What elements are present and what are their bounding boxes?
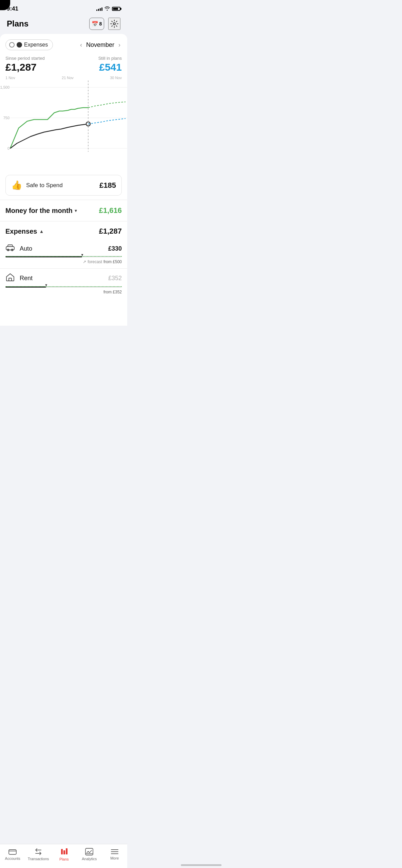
money-month-value: £1,616 [99,206,122,215]
expense-auto-name: Auto [20,245,32,252]
chart-svg-wrapper: 1,500 750 0 [0,80,127,162]
dropdown-icon: ▾ [75,208,77,213]
forecast-rent-amount: from £352 [103,290,122,294]
chart-container: 1 Nov 21 Nov 30 Nov 1,500 750 0 [0,76,127,171]
calendar-icon: 📅 [92,21,98,27]
up-chevron-icon: ▲ [39,229,44,234]
expense-item-rent-top: Rent £352 [5,273,122,284]
status-bar: 9:41 [0,0,127,15]
stat-right-value: £541 [98,61,122,73]
money-month-label: Money for the month [5,207,73,215]
svg-text:0: 0 [7,146,9,150]
header-actions: 📅 8 [89,18,120,30]
svg-text:1,500: 1,500 [0,85,9,89]
stat-right-label: Still in plans [98,56,122,61]
thumbs-up-icon: 👍 [11,180,22,191]
safe-card[interactable]: 👍 Safe to Spend £185 [5,175,122,196]
signal-icon [96,7,102,11]
header: Plans 📅 8 [0,15,127,34]
expenses-label: Expenses [5,228,37,235]
safe-card-left: 👍 Safe to Spend [11,180,63,191]
calendar-badge: 8 [99,21,102,26]
safe-value: £185 [99,181,116,190]
svg-rect-12 [9,278,12,281]
expenses-total: £1,287 [99,227,122,236]
expense-rent-progress [5,286,122,288]
stat-right: Still in plans £541 [98,56,122,73]
expense-rent-forecast: from £352 [5,290,122,294]
money-month-row: Money for the month ▾ £1,616 [0,200,127,221]
prev-month-button[interactable]: ‹ [79,40,83,50]
calendar-button[interactable]: 📅 8 [89,18,104,30]
svg-text:750: 750 [3,116,9,120]
forecast-trending-icon: ↗ [83,259,86,264]
safe-label: Safe to Spend [26,182,63,189]
expense-item-auto[interactable]: Auto £330 ↗ forecast from £500 [0,240,127,268]
svg-point-0 [113,23,115,25]
main-content: Expenses ‹ November › Sinse period start… [0,34,127,326]
chart-x-label-1: 1 Nov [5,76,15,80]
forecast-label: forecast [88,259,102,264]
expense-item-auto-left: Auto [5,244,32,253]
page-title: Plans [7,19,28,29]
toggle-label: Expenses [24,42,48,48]
stat-left-value: £1,287 [5,61,45,73]
forecast-auto-amount: from £500 [103,259,122,264]
expenses-toggle[interactable]: Expenses [5,39,53,50]
battery-icon [112,7,120,11]
expenses-section-header: Expenses ▲ £1,287 [0,221,127,240]
month-label: November [86,41,114,49]
toggle-dot-filled [17,42,22,48]
expense-rent-amount: £352 [108,275,122,282]
expense-auto-amount: £330 [108,245,122,252]
auto-icon [5,244,15,253]
next-month-button[interactable]: › [117,40,122,50]
expense-rent-name: Rent [20,275,33,282]
home-icon [5,273,15,284]
status-icons [96,6,120,12]
toggle-dot-outline [9,42,15,48]
controls-row: Expenses ‹ November › [0,39,127,56]
expense-item-rent[interactable]: Rent £352 from £352 [0,269,127,299]
expenses-toggle[interactable]: Expenses ▲ [5,228,44,235]
stat-left-label: Sinse period started [5,56,45,61]
settings-button[interactable] [108,18,120,30]
expense-item-auto-top: Auto £330 [5,244,122,253]
chart-x-label-2: 21 Nov [62,76,74,80]
expense-auto-forecast: ↗ forecast from £500 [5,259,122,264]
chart-x-label-3: 30 Nov [110,76,122,80]
wifi-icon [104,6,110,12]
expense-item-rent-left: Rent [5,273,33,284]
chart-svg: 1,500 750 0 [0,80,127,155]
stats-row: Sinse period started £1,287 Still in pla… [0,56,127,76]
expense-auto-progress [5,256,122,257]
month-nav: ‹ November › [79,40,122,50]
stat-left: Sinse period started £1,287 [5,56,45,73]
gear-icon [110,20,118,28]
money-month-toggle[interactable]: Money for the month ▾ [5,207,77,215]
